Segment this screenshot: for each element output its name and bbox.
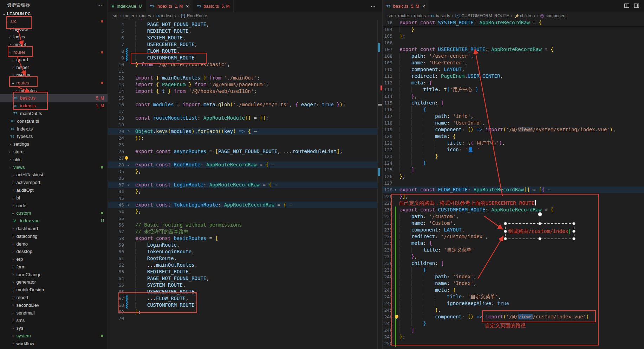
code-line-115[interactable]: 115 children: [ <box>383 100 644 106</box>
code-line-9[interactable]: 9 CUSTOMFORM_ROUTE <box>108 55 382 61</box>
tree-item-layouts[interactable]: ›layouts <box>0 25 108 33</box>
code-line-69[interactable]: 69]; <box>108 309 382 315</box>
code-line-44[interactable]: 44}; <box>108 188 382 195</box>
code-line-105[interactable]: 105}; <box>383 33 644 39</box>
code-line-20[interactable]: 20›Object.keys(modules).forEach((key) =>… <box>108 128 382 135</box>
code-line-7[interactable]: 7 USERCENTER_ROUTE, <box>108 41 382 48</box>
fold-chevron-icon[interactable]: › <box>128 202 130 208</box>
code-line-65[interactable]: 65 SYSTEM_ROUTE, <box>108 282 382 288</box>
code-line-26[interactable]: 26export const asyncRoutes = [PAGE_NOT_F… <box>108 148 382 155</box>
middle-breadcrumb-item-index-ts[interactable]: index.ts <box>161 13 176 18</box>
middle-breadcrumb-item-routes[interactable]: routes <box>139 13 151 18</box>
tree-item-src[interactable]: ⌄src <box>0 18 108 25</box>
tree-item-auditopt[interactable]: ›auditOpt <box>0 186 108 194</box>
tree-item-helper[interactable]: ›helper <box>0 64 108 71</box>
middle-breadcrumb-item-rootroute[interactable]: RootRoute <box>187 13 207 18</box>
code-line-231[interactable]: 231 path: '/custom', <box>383 213 644 220</box>
tree-item-dataconfig[interactable]: ›dataconfig <box>0 232 108 240</box>
code-line-57[interactable]: 57// 未经许可的基本路由 <box>108 228 382 235</box>
code-line-15[interactable]: 15 <box>108 95 382 101</box>
code-line-109[interactable]: 109 name: 'UserCenter', <box>383 59 644 66</box>
tree-item-sys[interactable]: ›sys <box>0 324 108 332</box>
code-line-5[interactable]: 5 REDIRECT_ROUTE, <box>108 28 382 34</box>
code-line-16[interactable]: 16const modules = import.meta.glob('./mo… <box>108 101 382 108</box>
middle-overview-ruler[interactable] <box>377 19 382 349</box>
middle-breadcrumb-item-router[interactable]: router <box>123 13 134 18</box>
right-breadcrumb-item-src[interactable]: src <box>388 13 393 18</box>
code-line-246[interactable]: 246 component: () => import('/@/views/cu… <box>383 313 644 320</box>
code-line-116[interactable]: 116 { <box>383 106 644 113</box>
code-line-62[interactable]: 62 ...mainOutRoutes, <box>108 262 382 268</box>
code-line-119[interactable]: 119 component: () => import('/@/views/sy… <box>383 126 644 133</box>
tree-item-mobiledesign[interactable]: ›mobileDesign <box>0 286 108 294</box>
code-line-64[interactable]: 64 PAGE_NOT_FOUND_ROUTE, <box>108 275 382 282</box>
tree-item-modules[interactable]: ›modules <box>0 87 108 94</box>
code-line-19[interactable]: 19 <box>108 121 382 128</box>
code-line-238[interactable]: 238 children: [ <box>383 260 644 267</box>
code-line-244[interactable]: 244 ignoreKeepAlive: true <box>383 300 644 307</box>
code-line-6[interactable]: 6 SYSTEM_ROUTE, <box>108 34 382 41</box>
code-line-37[interactable]: 37›export const LoginRoute: AppRouteReco… <box>108 182 382 188</box>
code-line-121[interactable]: 121 title: t('用户中心'), <box>383 140 644 146</box>
code-line-60[interactable]: 60 TokenLoginRoute, <box>108 248 382 255</box>
folded-code-ellipsis[interactable]: ⋯ <box>275 182 278 188</box>
tree-item-custom[interactable]: ⌄custom <box>0 209 108 217</box>
tree-item-erp[interactable]: ›erp <box>0 255 108 263</box>
code-line-236[interactable]: 236 title: '自定义菜单' <box>383 247 644 253</box>
code-line-250[interactable]: 250 <box>383 340 644 347</box>
code-line-70[interactable]: 70 <box>108 315 382 322</box>
code-line-11[interactable]: 11 <box>108 68 382 75</box>
code-line-114[interactable]: 114 }, <box>383 93 644 100</box>
tree-item-index-ts[interactable]: TSindex.ts <box>0 125 108 133</box>
code-line-235[interactable]: 235 meta: { <box>383 240 644 247</box>
code-line-28[interactable]: 28›export const RootRoute: AppRouteRecor… <box>108 161 382 168</box>
code-line-55[interactable]: 55 <box>108 215 382 222</box>
code-line-59[interactable]: 59 LoginRoute, <box>108 242 382 248</box>
code-line-54[interactable]: 54}; <box>108 208 382 215</box>
code-line-63[interactable]: 63 REDIRECT_ROUTE, <box>108 268 382 275</box>
code-line-67[interactable]: 67 ...FLOW_ROUTE, <box>108 295 382 302</box>
code-line-25[interactable]: 25 <box>108 141 382 148</box>
code-line-27[interactable]: 27 <box>108 155 382 161</box>
code-line-56[interactable]: 56// Basic routing without permissions <box>108 222 382 228</box>
tree-item-system[interactable]: ›system <box>0 332 108 340</box>
tree-item-desktop[interactable]: ›desktop <box>0 248 108 255</box>
middle-tab-more-icon[interactable]: ⋯ <box>371 4 382 9</box>
right-breadcrumb-item-routes[interactable]: routes <box>414 13 425 18</box>
code-line-122[interactable]: 122 icon: '👤 ' <box>383 146 644 153</box>
tree-item-views[interactable]: ⌄views <box>0 163 108 171</box>
tree-item-store[interactable]: ›store <box>0 148 108 156</box>
fold-chevron-icon[interactable]: › <box>128 128 130 135</box>
tree-item-formchange[interactable]: ›formChange <box>0 271 108 278</box>
code-line-112[interactable]: 112 meta: { <box>383 80 644 86</box>
code-line-124[interactable]: 124 } <box>383 160 644 166</box>
code-line-12[interactable]: 12import { mainOutRoutes } from './mainO… <box>108 75 382 81</box>
middle-tab-index-ts[interactable]: TSindex.ts1, M× <box>146 0 193 12</box>
right-tab-basic-ts[interactable]: TSbasic.ts5, M× <box>383 0 429 12</box>
middle-tab-index-vue[interactable]: Vindex.vueU <box>108 0 146 12</box>
split-editor-icon[interactable] <box>624 3 630 9</box>
code-line-228[interactable]: 228}]; <box>383 193 644 200</box>
code-line-120[interactable]: 120 meta: { <box>383 133 644 140</box>
folded-code-ellipsis[interactable]: ⋯ <box>290 202 293 208</box>
right-breadcrumb-item-customform-route[interactable]: CUSTOMFORM_ROUTE <box>461 13 509 18</box>
code-line-117[interactable]: 117 path: 'info', <box>383 113 644 120</box>
code-line-241[interactable]: 241 name: 'Index', <box>383 280 644 287</box>
code-line-229[interactable]: 229 <box>383 200 644 207</box>
code-line-247[interactable]: 247 } <box>383 320 644 327</box>
code-line-104[interactable]: 104 } <box>383 26 644 33</box>
tree-item-guard[interactable]: ›guard <box>0 56 108 64</box>
explorer-section-header[interactable]: ⌄ LEARUN PC <box>0 10 108 18</box>
code-line-248[interactable]: 248 ] <box>383 327 644 334</box>
code-line-232[interactable]: 232 name: 'Custom', <box>383 220 644 227</box>
code-line-61[interactable]: 61 RootRoute, <box>108 255 382 262</box>
tree-item-bi[interactable]: ›bi <box>0 194 108 202</box>
code-line-125[interactable]: 125 ] <box>383 166 644 173</box>
code-line-239[interactable]: 239 { <box>383 267 644 273</box>
tree-item-sendmail[interactable]: ›sendmail <box>0 309 108 317</box>
code-line-35[interactable]: 35}; <box>108 168 382 175</box>
tree-item-constant-ts[interactable]: TSconstant.ts <box>0 117 108 125</box>
code-line-123[interactable]: 123 } <box>383 153 644 160</box>
code-line-111[interactable]: 111 redirect: PageEnum.USER_CENTER, <box>383 73 644 80</box>
fold-chevron-icon[interactable]: › <box>128 161 130 168</box>
